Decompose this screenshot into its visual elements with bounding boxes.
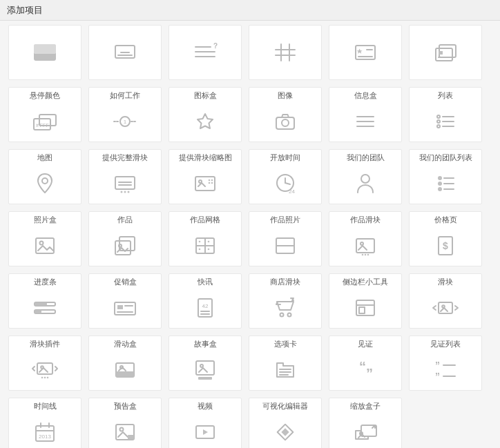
quotes-icon: “” (329, 350, 401, 390)
svg-point-61 (438, 182, 442, 186)
element-tile[interactable]: 开放时间24 (249, 149, 322, 204)
element-tile[interactable]: 图像 (249, 87, 322, 142)
pin-icon (9, 164, 81, 204)
tile-label: 提供完整滑块 (89, 150, 161, 164)
svg-point-83 (367, 254, 369, 256)
image-icon (9, 226, 81, 266)
page-42-icon: 42 (169, 288, 241, 328)
element-tile[interactable]: 地图 (8, 149, 81, 204)
svg-point-66 (40, 242, 44, 245)
element-tile[interactable]: 照片盒 (8, 211, 81, 266)
svg-point-47 (128, 191, 130, 193)
element-tile[interactable]: 预告盒 (88, 398, 162, 448)
element-tile[interactable]: 见证列表”” (409, 335, 482, 391)
element-tile[interactable]: 时间线2013 (8, 398, 81, 448)
svg-rect-102 (359, 307, 365, 313)
svg-point-98 (280, 313, 284, 317)
element-tile[interactable]: 作品滑块 (329, 211, 402, 266)
element-tile[interactable] (8, 25, 81, 80)
element-tile[interactable]: 滑块插件 (8, 335, 81, 391)
element-tile[interactable] (249, 25, 322, 80)
element-tile[interactable]: 滑块 (409, 273, 482, 329)
svg-point-35 (437, 115, 440, 118)
element-tile[interactable]: 作品网格 (169, 211, 242, 266)
svg-point-52 (209, 182, 211, 184)
element-tile[interactable] (329, 25, 402, 80)
svg-rect-89 (35, 310, 41, 313)
element-tile[interactable]: 信息盒 (329, 87, 402, 142)
tile-label: 可视化编辑器 (249, 398, 321, 412)
element-tile[interactable]: 提供滑块缩略图 (169, 149, 242, 204)
element-tile[interactable]: 快讯42 (169, 273, 242, 329)
dollar-page-icon: $ (410, 226, 481, 266)
element-tile[interactable] (88, 25, 162, 80)
tile-label: 时间线 (9, 398, 81, 412)
svg-point-50 (209, 179, 211, 182)
element-tile[interactable]: 见证“” (329, 335, 402, 391)
element-tile[interactable]: 提供完整滑块 (88, 149, 162, 204)
svg-marker-134 (203, 429, 208, 435)
progress-icon (9, 288, 81, 328)
element-tile[interactable] (409, 25, 482, 80)
svg-point-41 (42, 178, 48, 184)
tile-label: 提供滑块缩略图 (169, 150, 241, 164)
tile-label: 见证 (329, 336, 401, 350)
grid-4-icon (169, 226, 241, 266)
svg-text:”: ” (435, 371, 440, 381)
diamond-icon (249, 412, 321, 448)
slider-thumb-icon (169, 164, 241, 204)
person-list-icon (410, 164, 481, 204)
svg-text:”: ” (366, 366, 373, 381)
calendar-2013-icon: 2013 (9, 412, 81, 448)
element-tile[interactable]: 悬停颜色# FFF (8, 87, 81, 142)
element-tile[interactable]: 侧边栏小工具 (329, 273, 402, 329)
element-tile[interactable]: 作品照片 (249, 211, 322, 266)
svg-rect-136 (281, 428, 289, 436)
quotes-list-icon: ”” (410, 350, 481, 390)
tile-label: 图像 (249, 88, 321, 101)
svg-point-75 (199, 249, 201, 251)
tile-grid: ?悬停颜色# FFF如何工作1图标盒图像信息盒列表地图提供完整滑块提供滑块缩略图… (0, 21, 500, 448)
element-tile[interactable]: 我们的团队列表 (409, 149, 482, 204)
element-tile[interactable]: 选项卡 (249, 335, 322, 391)
svg-point-39 (437, 125, 440, 128)
tile-label: 滑块插件 (9, 336, 81, 350)
element-tile[interactable]: 可视化编辑器 (249, 398, 322, 448)
svg-point-109 (47, 377, 49, 379)
svg-text:$: $ (443, 240, 448, 251)
svg-point-107 (41, 377, 44, 379)
element-tile[interactable]: 故事盒 (169, 335, 242, 391)
camera-icon (249, 101, 321, 142)
element-tile[interactable]: 商店滑块 (249, 273, 322, 329)
element-tile[interactable]: ? (169, 25, 242, 80)
split-h-icon (249, 226, 321, 266)
element-tile[interactable]: 视频 (169, 398, 242, 448)
hash-icon (249, 26, 321, 79)
svg-text:24: 24 (289, 188, 295, 195)
svg-point-114 (200, 364, 203, 367)
element-tile[interactable]: 价格页$ (409, 211, 482, 266)
tile-label: 列表 (410, 88, 481, 101)
element-tile[interactable]: 进度条 (8, 273, 81, 329)
tile-label: 如何工作 (89, 88, 161, 101)
image-stack-icon (89, 226, 161, 266)
tile-label: 我们的团队列表 (410, 150, 481, 164)
element-tile[interactable]: 如何工作1 (88, 87, 162, 142)
element-tile[interactable]: 我们的团队 (329, 149, 402, 204)
story-box-icon (169, 350, 241, 390)
element-tile[interactable]: 图标盒 (169, 87, 242, 142)
tile-label: 作品 (89, 212, 161, 226)
svg-rect-87 (35, 302, 47, 306)
tile-label: 视频 (169, 398, 241, 412)
svg-point-51 (211, 179, 213, 182)
card-star-icon (329, 26, 401, 79)
list-lines-icon (329, 101, 401, 142)
tile-label: 作品滑块 (329, 212, 401, 226)
element-tile[interactable]: 缩放盒子 (329, 398, 402, 448)
element-tile[interactable]: 作品 (88, 211, 162, 266)
svg-point-58 (361, 175, 369, 183)
element-tile[interactable]: 滑动盒 (88, 335, 162, 391)
element-tile[interactable]: 促销盒 (88, 273, 162, 329)
svg-rect-68 (115, 241, 131, 255)
element-tile[interactable]: 列表 (409, 87, 482, 142)
